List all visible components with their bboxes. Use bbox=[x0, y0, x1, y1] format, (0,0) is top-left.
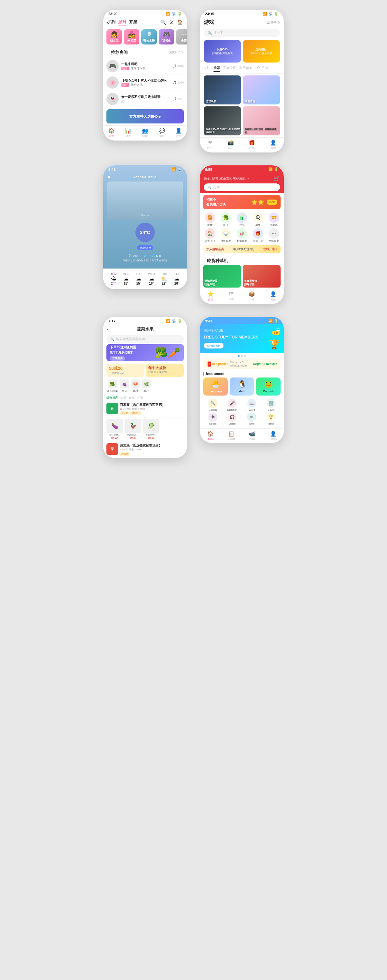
open-super-link[interactable]: 立即开通 > bbox=[263, 247, 277, 251]
tab-follow[interactable]: 关注 bbox=[204, 66, 210, 72]
tool-speak[interactable]: 🗣 Speak bbox=[208, 413, 217, 425]
cat-delivery[interactable]: 🏠 送到上门 bbox=[202, 228, 217, 243]
inst-math[interactable]: 🐧 Math bbox=[229, 377, 254, 396]
subcat-all-veg[interactable]: 🥦 全买蔬菜 bbox=[107, 379, 118, 393]
tab-lol[interactable]: LOL手游 bbox=[255, 66, 268, 72]
store-card-2[interactable]: 菜 菜文娘（近达链农贸市场店） 35D/号 销量：276 20减10 bbox=[103, 441, 187, 458]
subcat-ingredient[interactable]: 🍄 食材 bbox=[131, 379, 140, 393]
nav-gift[interactable]: 🎁 礼物 bbox=[248, 140, 255, 150]
nav-profile-2[interactable]: 👤 我的 bbox=[270, 140, 276, 150]
tab-dark[interactable]: 开黑 bbox=[129, 19, 137, 25]
cat-rice[interactable]: 🍚 拌饭欢次 bbox=[219, 228, 234, 243]
game-card-1[interactable]: 游戏场景 bbox=[204, 75, 241, 105]
nav-home-food[interactable]: ⭐ 首页 bbox=[207, 291, 214, 301]
game-card-3[interactable]: 我和所有人的刀 都收不到你信息的振动听音 bbox=[204, 107, 241, 135]
cat-dating[interactable]: 💑 来相亲 bbox=[124, 29, 139, 45]
promo-squad[interactable]: 房间组队实时语音 快乐开黑 bbox=[243, 40, 280, 62]
item-duck[interactable]: 🦆 鸭鸭肉西... ¥8.8 bbox=[124, 419, 141, 440]
activity-center-link[interactable]: 活动中心 bbox=[267, 20, 280, 25]
cat-free[interactable]: 🎁 无摆不定 bbox=[251, 228, 265, 243]
tab-honor[interactable]: 王者荣耀 bbox=[223, 66, 236, 72]
back-button[interactable]: ‹ bbox=[107, 326, 109, 332]
home-icon[interactable]: 🏠 bbox=[177, 19, 183, 25]
inst-english[interactable]: 🐸 English bbox=[256, 377, 280, 396]
cat-all[interactable]: ⋯ 全部 bbox=[176, 29, 187, 45]
promo-50off[interactable]: 50减20 下单优惠合计 bbox=[107, 364, 145, 377]
cat-combo[interactable]: 🥡 超值套餐 bbox=[234, 228, 249, 243]
go-button[interactable]: GO! bbox=[267, 200, 277, 205]
room-card-2[interactable]: 🌸 【倾心女神】有人和你过七夕吗 语音 缘分之地 🎵 2056 bbox=[103, 75, 187, 91]
tool-search[interactable]: 🔍 Search bbox=[208, 399, 217, 411]
item-greens[interactable]: 🥬 进春季节... ¥3.8 bbox=[143, 419, 159, 440]
tool-dictation[interactable]: 🎤 Dictation bbox=[227, 399, 237, 411]
cat-restaurant[interactable]: 🍔 餐饮 bbox=[202, 212, 217, 227]
cat-all-food[interactable]: ⋯ 全部分类 bbox=[266, 228, 281, 243]
subcat-fruit[interactable]: 🍇 水果 bbox=[120, 379, 129, 393]
tool-rank[interactable]: 🏆 Rank bbox=[266, 413, 276, 425]
nav-orders-food[interactable]: 📦 订单 bbox=[248, 291, 255, 301]
inst-language[interactable]: 🐣 Language bbox=[203, 377, 228, 396]
tool-count[interactable]: 🔢 Count bbox=[266, 399, 276, 411]
food-promo-banner[interactable]: 招募令有奖用户访谈 ⭐⭐ GO! bbox=[203, 195, 280, 209]
forecast-fri: FRI ☁ 26° bbox=[172, 272, 182, 285]
store-card-1[interactable]: 百 百家宴（志广果蔬科兴西路店） 超达1.9折 销量：40% 百元套 ¥20配送 bbox=[103, 401, 187, 417]
promo-didi[interactable]: 玩伴DiDi好好匹配开黑队友 bbox=[204, 40, 241, 62]
tab-recommend[interactable]: 推荐 bbox=[213, 66, 220, 72]
grocery-banner[interactable]: 下单即送4枚鸡蛋 领"们"更多优惠来 立享购买 🥦🥕 bbox=[107, 344, 184, 361]
close-btn[interactable]: ✕ bbox=[107, 174, 111, 180]
cat-veg[interactable]: 🥦 蔬活 bbox=[219, 212, 234, 227]
grocery-search[interactable]: 🔍 输入购买蔬菜品名称 bbox=[107, 335, 184, 343]
official-banner[interactable]: 官方主持人选拔公示 bbox=[107, 109, 184, 124]
subcat-herb[interactable]: 🌿 菜功 bbox=[142, 379, 151, 393]
sort-distance[interactable]: 距离 bbox=[137, 396, 143, 400]
tab-peace[interactable]: 和平精英 bbox=[239, 66, 252, 72]
item-eggplant[interactable]: 🍆 茄子罗斯... ¥3.68 bbox=[107, 419, 123, 440]
tab-expand[interactable]: 扩列 bbox=[107, 19, 115, 25]
nav-profile-food[interactable]: 👤 我的 bbox=[270, 291, 276, 301]
tool-listen[interactable]: 🎧 Listen bbox=[228, 413, 237, 425]
food-card-1[interactable]: 全城特价菜吃起来吧 bbox=[203, 265, 241, 288]
promo-link[interactable]: 免费听试 > bbox=[169, 50, 183, 54]
nav-select-edu[interactable]: 📋 Select bbox=[228, 431, 235, 441]
food-search[interactable]: 🔍 煎饼 bbox=[204, 183, 280, 191]
more-icon[interactable]: ⋯ bbox=[179, 174, 183, 180]
nav-profile-1[interactable]: 👤 我的 bbox=[175, 128, 182, 138]
nav-home-1[interactable]: 🏠 首页 bbox=[108, 128, 115, 138]
cart-icon[interactable]: 🛒 bbox=[274, 175, 280, 181]
cat-game[interactable]: 🎮 我另生 bbox=[159, 29, 174, 45]
sort-overall[interactable]: 综合排序 bbox=[107, 396, 118, 400]
promo-midyear[interactable]: 年中大放价 好价每天满减3折 bbox=[146, 364, 184, 377]
english-icon: 🐸 bbox=[258, 380, 279, 388]
nav-messages-1[interactable]: 💬 消息 bbox=[159, 128, 165, 138]
cat-findgirl[interactable]: 👧 找女生 bbox=[107, 29, 122, 45]
games-search[interactable]: 🔍 搜一下 bbox=[204, 29, 280, 37]
red-pocket-banner[interactable]: 🧧 Red pocket Study for 3 minutes today T… bbox=[203, 359, 280, 369]
cat-breakfast[interactable]: 🍳 早餐 bbox=[251, 212, 265, 227]
sword-icon[interactable]: ⚔ bbox=[170, 19, 174, 25]
nav-friends-1[interactable]: 👥 好友 bbox=[142, 128, 148, 138]
search-icon[interactable]: 🔍 bbox=[160, 19, 166, 25]
nav-activity-1[interactable]: 📊 动态 bbox=[125, 128, 132, 138]
tab-party[interactable]: 派对 bbox=[118, 19, 126, 25]
cat-radio[interactable]: 🎙 电台直播 bbox=[141, 29, 157, 45]
game-card-2[interactable]: 动漫角色 bbox=[243, 75, 280, 105]
nav-camera[interactable]: 📸 动态 bbox=[227, 140, 234, 150]
cat-coupon[interactable]: 🎫 大餐卷 bbox=[266, 212, 281, 227]
banner-open-btn[interactable]: 立享购买 bbox=[110, 356, 125, 361]
room-card-3[interactable]: 👻 余一音乐不打烊🎵进来听歌 上一 🎵 2321 bbox=[103, 91, 187, 107]
sort-price[interactable]: 价格 bbox=[129, 396, 135, 400]
nav-home-edu[interactable]: 🏠 Home bbox=[207, 431, 214, 441]
room-card-1[interactable]: 🎮 一起来玩吧 语音 来享休闲款 🎵 3046 bbox=[103, 58, 187, 75]
cat-drinks[interactable]: 🧃 饮品 bbox=[234, 212, 249, 227]
tool-write[interactable]: ✏ Write bbox=[247, 413, 256, 425]
nav-heart[interactable]: ❤ 收心 bbox=[207, 140, 213, 150]
nav-profile-edu[interactable]: 👤 Profile bbox=[270, 431, 277, 441]
game-card-4[interactable]: 我就想让你们知道，我唱歌跑调的... bbox=[243, 107, 280, 135]
nav-guide-food[interactable]: 🗺 指南 bbox=[229, 291, 234, 301]
food-card-2[interactable]: 美食早餐馆好吃早饭 bbox=[243, 265, 280, 288]
sort-sales[interactable]: 销量 bbox=[121, 396, 126, 400]
tool-word[interactable]: 📖 Word bbox=[247, 399, 256, 411]
super-member-banner[interactable]: 加入超级会员 每月约20元好处 立即开通 > bbox=[203, 245, 280, 253]
open-up-button[interactable]: OPEN UP bbox=[204, 343, 223, 348]
nav-video-edu[interactable]: 📹 Video bbox=[249, 431, 255, 441]
